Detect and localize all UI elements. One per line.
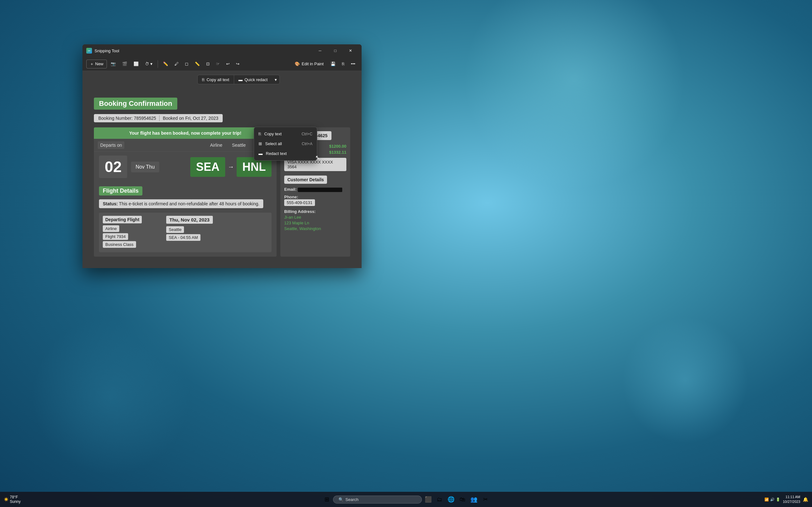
- eraser-icon: ◻: [185, 61, 189, 66]
- ruler-button[interactable]: 📏: [192, 60, 202, 67]
- system-tray: 📶 🔊 🔋: [764, 498, 780, 502]
- save-icon: 💾: [331, 61, 336, 66]
- undo-button[interactable]: ↩: [223, 60, 232, 67]
- departs-label: Departs on: [98, 141, 124, 149]
- edit-paint-label: Edit in Paint: [302, 61, 323, 66]
- start-button[interactable]: ⊞: [322, 494, 332, 504]
- highlighter-button[interactable]: 🖊: [172, 60, 181, 67]
- date-display: 10/27/2023: [783, 500, 800, 504]
- timer-icon: ⏱: [145, 61, 149, 66]
- browser-button[interactable]: 🌐: [446, 494, 456, 504]
- edit-paint-button[interactable]: 🎨 Edit in Paint: [292, 60, 327, 67]
- float-toolbar: ⎘ Copy all text ▬ Quick redact ▾: [197, 75, 280, 84]
- email-label: Email:: [284, 187, 297, 192]
- promo-banner: Your flight has been booked, now complet…: [94, 127, 276, 139]
- departing-flight-label: Departing Flight: [103, 216, 142, 223]
- save-button[interactable]: 💾: [328, 60, 338, 67]
- toolbar-divider-1: [158, 60, 158, 68]
- quick-redact-button[interactable]: ▬ Quick redact: [234, 75, 272, 84]
- snipping-tool-taskbar-button[interactable]: ✂: [480, 494, 490, 504]
- timer-button[interactable]: ⏱ ▾: [142, 60, 155, 67]
- taskbar: ☀️ 78°F Sunny ⊞ 🔍 Search ⬛ 🗂 🌐 🛍: [0, 492, 812, 507]
- search-label: Search: [345, 497, 358, 502]
- status-detail: This e-ticket is confirmed and non-refun…: [119, 201, 259, 206]
- quick-redact-dropdown[interactable]: ▾: [272, 75, 280, 84]
- context-menu: ⎘ Copy text Ctrl+C ⊞ Select all Ctrl+A ▬…: [254, 127, 317, 161]
- pen-button[interactable]: ✏️: [160, 60, 171, 67]
- billing-addr1: 123 Maple Ln: [284, 221, 309, 225]
- copy-all-text-button[interactable]: ⎘ Copy all text: [198, 75, 234, 84]
- windows-icon: ⊞: [324, 496, 329, 503]
- copy-icon: ⎘: [342, 61, 345, 66]
- subtotal-value: $1200.00: [329, 144, 346, 149]
- copy-text-left: ⎘ Copy text: [258, 131, 282, 136]
- notification-icon[interactable]: 🔔: [803, 497, 808, 502]
- crop-icon: ⊡: [206, 61, 210, 66]
- departing-right: [217, 213, 271, 252]
- copy-text-menu-item[interactable]: ⎘ Copy text Ctrl+C: [254, 129, 317, 139]
- flight-details-section: Flight Details Status: This e-ticket is …: [94, 182, 276, 257]
- departing-left: Departing Flight Airline Flight 7934 Bus…: [99, 213, 162, 252]
- maximize-button[interactable]: □: [328, 46, 343, 56]
- highlighter-icon: 🖊: [174, 61, 179, 66]
- flight-dates-row: 02 Nov Thu SEA → HNL: [94, 152, 276, 182]
- widgets-button[interactable]: 🗂: [435, 494, 445, 504]
- plus-icon: ＋: [90, 61, 94, 67]
- task-view-button[interactable]: ⬛: [423, 494, 433, 504]
- time-display: 11:11 AM: [786, 495, 800, 499]
- system-clock[interactable]: 11:11 AM 10/27/2023: [783, 495, 800, 504]
- touch-button[interactable]: ☞: [213, 60, 222, 67]
- decorative-swirl-3: [622, 317, 749, 444]
- taskbar-left: ☀️ 78°F Sunny: [4, 495, 23, 504]
- quick-redact-label: Quick redact: [245, 77, 268, 82]
- copy-all-text-label: Copy all text: [206, 77, 229, 82]
- document-content: Booking Confirmation Booking Number: 785…: [88, 91, 357, 263]
- weather-widget[interactable]: ☀️ 78°F Sunny: [4, 495, 20, 504]
- teams-icon: 👥: [470, 496, 477, 503]
- selection-button[interactable]: ⬜: [131, 60, 141, 67]
- volume-icon[interactable]: 🔊: [770, 498, 774, 502]
- redact-text-left: ▬ Redact text: [258, 151, 287, 156]
- left-panel: Your flight has been booked, now complet…: [94, 127, 276, 257]
- copy-text-label: Copy text: [264, 131, 282, 136]
- phone-field: Phone: 555-409-0131: [284, 194, 346, 206]
- select-all-label: Select all: [265, 141, 282, 146]
- camera-button[interactable]: 📷: [108, 60, 118, 67]
- content-area: ⎘ Copy all text ▬ Quick redact ▾ Booking…: [83, 71, 362, 268]
- crop-button[interactable]: ⊡: [204, 60, 212, 67]
- phone-label: Phone:: [284, 194, 298, 199]
- select-all-menu-item[interactable]: ⊞ Select all Ctrl+A: [254, 139, 317, 149]
- copy-button[interactable]: ⎘: [339, 60, 347, 67]
- booking-confirmation-header: Booking Confirmation: [94, 98, 177, 110]
- pen-icon: ✏️: [163, 61, 168, 66]
- snipping-tool-window: ✂ Snipping Tool ─ □ ✕ ＋ New 📷 🎬 ⬜ ⏱ ▾: [83, 44, 362, 268]
- redo-icon: ↪: [236, 61, 240, 66]
- new-button[interactable]: ＋ New: [86, 60, 107, 68]
- redact-text-label: Redact text: [266, 151, 287, 156]
- redact-text-menu-item[interactable]: ▬ Redact text ↖: [254, 149, 317, 158]
- battery-icon[interactable]: 🔋: [776, 498, 780, 502]
- copy-text-icon: ⎘: [258, 131, 261, 136]
- more-icon: •••: [351, 61, 355, 66]
- toolbar: ＋ New 📷 🎬 ⬜ ⏱ ▾ ✏️ 🖊 ◻ 📏 ⊡: [83, 57, 362, 71]
- redo-button[interactable]: ↪: [234, 60, 242, 67]
- teams-button[interactable]: 👥: [469, 494, 479, 504]
- minimize-button[interactable]: ─: [313, 46, 327, 56]
- store-button[interactable]: 🛍: [457, 494, 467, 504]
- email-field: Email:: [284, 187, 346, 192]
- window-title: Snipping Tool: [95, 49, 119, 53]
- more-button[interactable]: •••: [348, 60, 358, 67]
- total-value: $1332.11: [329, 150, 346, 155]
- flight-details-title: Flight Details: [99, 186, 142, 195]
- network-icon[interactable]: 📶: [764, 498, 769, 502]
- decorative-swirl-1: [463, 0, 685, 190]
- class-label: Business Class: [103, 241, 136, 248]
- redact-text-icon: ▬: [258, 151, 263, 156]
- redact-icon: ▬: [239, 77, 243, 82]
- weather-info: 78°F Sunny: [10, 495, 20, 504]
- search-bar[interactable]: 🔍 Search: [333, 496, 422, 504]
- eraser-button[interactable]: ◻: [183, 60, 191, 67]
- airline-column: Airline: [210, 143, 222, 148]
- video-button[interactable]: 🎬: [119, 60, 130, 67]
- close-button[interactable]: ✕: [343, 46, 358, 56]
